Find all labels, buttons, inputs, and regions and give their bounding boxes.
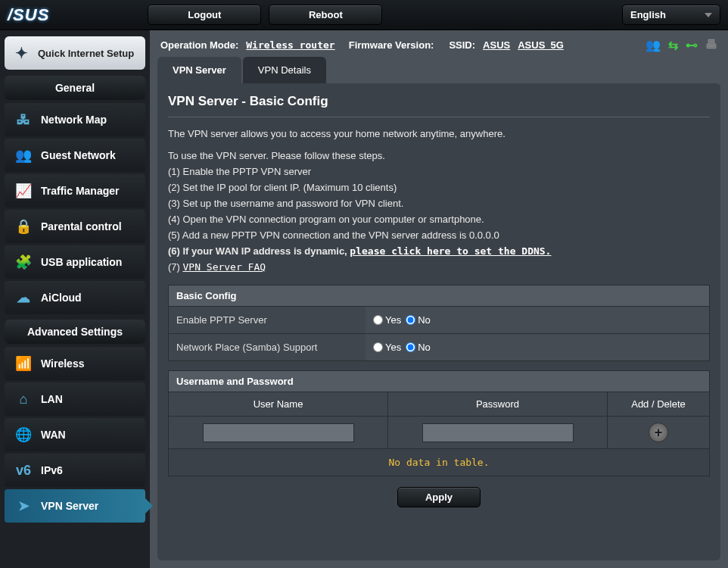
status-icons: 👥 ⇆ ⊷ 🖶 [646, 38, 717, 52]
step-3: (3) Set up the username and password for… [168, 198, 710, 209]
step-6: (6) If your WAN IP address is dynamic, p… [168, 245, 710, 257]
col-password: Password [388, 392, 608, 417]
nav-icon: 🔒 [12, 217, 35, 236]
no-data-message: No data in table. [168, 449, 710, 476]
col-username: User Name [169, 392, 388, 417]
op-mode-link[interactable]: Wireless router [246, 39, 334, 51]
password-input[interactable] [422, 423, 574, 442]
nav-icon: 👥 [12, 146, 35, 164]
tabs: VPN ServerVPN Details [150, 57, 728, 83]
nav-lan[interactable]: ⌂LAN [5, 382, 145, 416]
nav-wireless[interactable]: 📶Wireless [5, 347, 145, 380]
nav-icon: v6 [12, 461, 35, 479]
page-title: VPN Server - Basic Config [168, 94, 710, 109]
nav-aicloud[interactable]: ☁AiCloud [5, 281, 145, 314]
nav-vpn-server[interactable]: ➤VPN Server [5, 489, 145, 523]
nav-guest-network[interactable]: 👥Guest Network [5, 139, 145, 172]
quick-setup-label: Quick Internet Setup [38, 48, 134, 59]
tab-vpn-details[interactable]: VPN Details [243, 57, 326, 83]
logout-button[interactable]: Logout [148, 5, 261, 25]
step-7: (7) VPN Server FAQ [168, 261, 710, 273]
nav-icon: 📶 [12, 354, 35, 373]
header-buttons: Logout Reboot [148, 5, 382, 25]
ddns-link[interactable]: please click here to set the DDNS. [350, 245, 551, 257]
nav-traffic-manager[interactable]: 📈Traffic Manager [5, 174, 145, 208]
username-input[interactable] [203, 423, 354, 442]
ssid-label: SSID: [449, 39, 475, 51]
samba-label: Network Place (Samba) Support [169, 334, 366, 360]
reboot-button[interactable]: Reboot [269, 5, 382, 25]
network-icon[interactable]: ⇆ [668, 38, 678, 52]
section-general: General [5, 76, 145, 100]
nav-icon: 🧩 [12, 253, 35, 271]
userpass-header: Username and Password [168, 370, 710, 392]
ssid-1[interactable]: ASUS [483, 39, 510, 51]
samba-yes[interactable]: Yes [373, 342, 401, 353]
printer-icon[interactable]: 🖶 [705, 38, 717, 52]
main-panel: Operation Mode: Wireless router Firmware… [150, 30, 728, 568]
nav-ipv6[interactable]: v6IPv6 [5, 454, 145, 487]
apply-button[interactable]: Apply [397, 487, 481, 507]
intro-text: The VPN server allows you to access your… [168, 128, 710, 139]
basic-config-panel: Enable PPTP Server Yes No Network Place … [168, 306, 710, 361]
divider [168, 117, 710, 117]
language-label: English [630, 9, 666, 20]
nav-icon: 🌐 [12, 426, 35, 444]
add-row-button[interactable]: + [649, 423, 668, 442]
nav-wan[interactable]: 🌐WAN [5, 418, 145, 451]
samba-no[interactable]: No [406, 342, 431, 353]
step-1: (1) Enable the PPTP VPN server [168, 166, 710, 177]
op-mode-label: Operation Mode: [160, 39, 238, 51]
nav-usb-application[interactable]: 🧩USB application [5, 245, 145, 279]
pptp-yes[interactable]: Yes [373, 314, 401, 326]
nav-parental-control[interactable]: 🔒Parental control [5, 210, 145, 243]
faq-link[interactable]: VPN Server FAQ [183, 261, 266, 273]
step-2: (2) Set the IP pool for client IP. (Maxi… [168, 182, 710, 193]
nav-icon: ⌂ [12, 390, 35, 408]
userpass-table: User Name Password Add / Delete + [168, 392, 710, 449]
sidebar: ✦ Quick Internet Setup General 🖧Network … [0, 30, 150, 568]
clients-icon[interactable]: 👥 [646, 38, 661, 52]
usb-icon[interactable]: ⊷ [686, 38, 698, 52]
nav-icon: 🖧 [12, 111, 35, 129]
step-4: (4) Open the VPN connection program on y… [168, 214, 710, 225]
enable-pptp-label: Enable PPTP Server [169, 307, 366, 333]
nav-icon: 📈 [12, 182, 35, 200]
fw-label: Firmware Version: [349, 39, 434, 51]
top-header: /SUS Logout Reboot English [0, 0, 728, 30]
tab-vpn-server[interactable]: VPN Server [157, 57, 241, 83]
nav-network-map[interactable]: 🖧Network Map [5, 103, 145, 136]
step-5: (5) Add a new PPTP VPN connection and th… [168, 229, 710, 241]
ssid-2[interactable]: ASUS_5G [518, 39, 564, 51]
brand-logo: /SUS [8, 5, 49, 25]
nav-icon: ☁ [12, 289, 35, 307]
basic-config-header: Basic Config [168, 285, 710, 306]
content-area: VPN Server - Basic Config The VPN server… [157, 83, 720, 560]
chevron-down-icon [705, 13, 712, 17]
language-selector[interactable]: English [622, 5, 720, 25]
info-bar: Operation Mode: Wireless router Firmware… [150, 30, 728, 57]
follow-text: To use the VPN server. Please follow the… [168, 150, 710, 161]
wand-icon: ✦ [11, 42, 32, 64]
col-add-delete: Add / Delete [608, 392, 710, 417]
nav-icon: ➤ [12, 497, 35, 515]
quick-setup-button[interactable]: ✦ Quick Internet Setup [5, 36, 145, 70]
section-advanced: Advanced Settings [5, 320, 145, 344]
pptp-no[interactable]: No [406, 314, 431, 326]
